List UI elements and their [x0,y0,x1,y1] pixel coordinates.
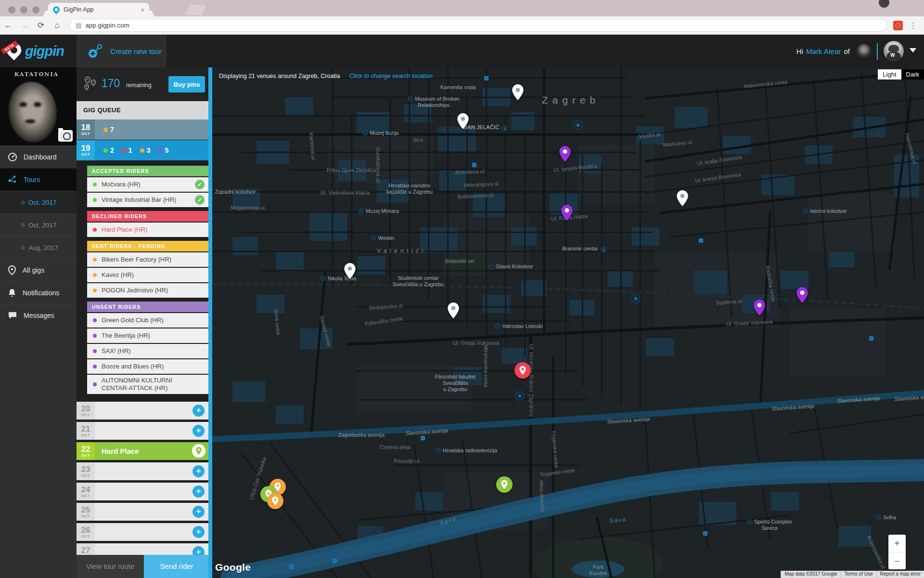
map-pin-marker[interactable] [344,263,356,281]
rider-item[interactable]: Kavez (HR) [87,268,209,282]
gig-day-row-24[interactable]: 24OCT+ [77,483,209,500]
light-theme-button[interactable]: Light [878,69,901,79]
zoom-in-button[interactable]: + [888,535,906,552]
sidebar-item-all-gigs[interactable]: All gigs [0,259,77,281]
rider-item[interactable]: SAX! (HR) [87,344,209,358]
badge-count: 2 [110,146,114,154]
map-pin-marker[interactable] [796,287,808,305]
dark-theme-button[interactable]: Dark [901,69,924,79]
change-location-link[interactable]: Click to change search location [349,73,433,79]
panel-map-divider[interactable] [208,67,212,578]
venue-marker[interactable] [496,476,513,493]
add-gig-button[interactable]: + [192,425,205,437]
zoom-out-button[interactable]: − [888,552,906,570]
map-label: BAN JELAČIĆi [463,124,507,131]
add-gig-button[interactable]: + [192,405,205,417]
sidebar-item-tour-oct-2017-a[interactable]: Oct, 2017 [0,191,77,213]
poi-icon [321,276,326,281]
user-name-link[interactable]: Mark Atear [806,47,841,55]
rider-item[interactable]: POGON Jedinstvo (HR) [87,283,209,298]
rider-item[interactable]: The Beertija (HR) [87,328,209,343]
report-error-link[interactable]: Report a map error [876,571,924,578]
info-icon[interactable]: i [601,247,606,253]
browser-menu-icon[interactable]: ⋮ [910,21,917,30]
gig-day-row-25[interactable]: 25OCT+ [77,503,209,521]
add-gig-button[interactable]: + [192,465,205,477]
pins-bar: 170 remaining Buy pins [77,67,209,101]
create-new-tour-button[interactable]: Create new tour [77,35,167,67]
user-avatar[interactable]: W [884,41,904,61]
rider-item[interactable]: Vintage Industrial Bar (HR)✓ [87,193,209,207]
venue-poi-icon [573,120,583,130]
rider-item[interactable]: Green Gold Club (HR) [87,313,209,328]
browser-extension-icon[interactable] [893,21,903,30]
sidebar-item-dashboard[interactable]: Dashboard [0,145,77,168]
brand-wordmark: gigpin [25,43,64,59]
gigpin-logo[interactable]: BETA gigpin [5,39,77,64]
gig-day-month: OCT [81,514,90,518]
greeting-prefix: Hi [796,47,803,55]
gig-day-row-19[interactable]: 19OCT2135 [77,140,209,160]
rider-item[interactable]: Močvara (HR)✓ [87,177,209,192]
gig-day-row-22[interactable]: 22OCTHard Place [77,442,209,460]
rider-item[interactable]: Booze and Blues (HR) [87,359,209,374]
sidebar-item-messages[interactable]: Messages [0,304,77,327]
change-photo-camera-icon[interactable] [58,130,73,142]
header-divider [877,43,878,60]
sidebar-item-tours[interactable]: Tours [0,168,77,191]
address-bar[interactable]: ▤ app.gigpin.com [69,19,887,32]
rider-item[interactable]: AUTONOMNI KULTURNI CENTAR-ATTACK (HR) [87,375,209,394]
window-close-button[interactable] [8,6,15,13]
sidebar-item-tour-aug-2017[interactable]: Aug, 2017 [0,236,77,259]
rider-item[interactable]: Hard Place (HR) [87,223,209,237]
browser-profile-icon[interactable] [879,0,889,8]
send-rider-button[interactable]: Send rider [144,555,209,578]
window-minimize-button[interactable] [20,6,27,13]
new-tab-button[interactable] [186,5,205,15]
gig-day-row-18[interactable]: 18OCT7 [77,119,209,140]
map-pin-marker[interactable] [512,84,524,102]
tab-close-icon[interactable]: × [141,6,144,13]
add-gig-button[interactable]: + [192,506,205,518]
info-icon[interactable]: i [502,126,508,131]
sidebar-label: Messages [24,312,54,319]
reload-button[interactable]: ⟳ [33,20,49,30]
forward-button[interactable]: → [16,21,33,30]
view-tour-route-button[interactable]: View tour route [77,555,144,578]
browser-tab[interactable]: GigPin App × [48,3,149,16]
rider-status-dot-icon [93,334,97,338]
account-dropdown-caret-icon[interactable] [910,48,916,53]
gig-date-box: 20OCT [77,402,95,420]
map-pin-marker[interactable] [561,205,573,223]
gig-day-number: 26 [81,526,90,534]
rider-venue-name: SAX! (HR) [102,347,131,355]
map-pin-marker[interactable] [677,190,688,208]
window-zoom-button[interactable] [32,6,39,13]
map-pin-marker[interactable] [754,300,765,317]
map-pin-marker[interactable] [448,302,459,320]
venue-marker[interactable] [267,493,283,509]
map-zoom-control: + − [888,535,906,569]
artist-photo[interactable]: KATATONIA [0,67,77,145]
gig-day-row-20[interactable]: 20OCT+ [77,402,209,420]
map-canvas[interactable]: Displaying 21 venues around Zagreb, Croa… [212,67,924,578]
buy-pins-button[interactable]: Buy pins [168,76,205,92]
back-button[interactable]: ← [0,21,16,30]
gig-day-row-23[interactable]: 23OCT+ [77,462,209,480]
add-gig-button[interactable]: + [192,526,205,538]
sidebar-item-notifications[interactable]: Notifications [0,281,77,304]
gig-day-month: OCT [81,152,90,157]
band-avatar[interactable] [857,44,871,58]
venue-marker[interactable] [514,362,531,379]
gig-day-row-21[interactable]: 21OCT+ [77,422,209,440]
map-label: Branimir centari [562,246,606,253]
add-gig-button[interactable]: + [192,486,205,498]
sidebar-item-tour-oct-2017-b[interactable]: Oct, 2017 [0,213,77,236]
map-pin-marker[interactable] [559,146,571,164]
rider-item[interactable]: Bikers Beer Factory (HR) [87,252,209,267]
tours-route-icon [8,175,17,184]
terms-of-use-link[interactable]: Terms of Use [841,571,876,578]
map-pin-marker[interactable] [457,113,469,131]
home-button[interactable]: ⌂ [49,21,65,30]
gig-day-row-26[interactable]: 26OCT+ [77,523,209,541]
